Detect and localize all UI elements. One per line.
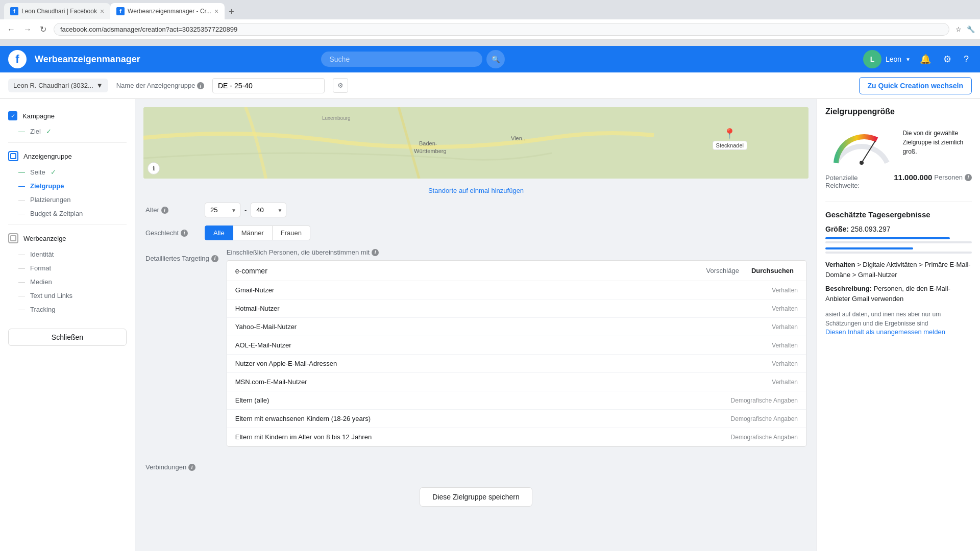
search-button[interactable]: 🔍 (486, 50, 505, 68)
svg-point-6 (860, 161, 864, 165)
notifications-icon[interactable]: 🔔 (917, 51, 934, 68)
sidebar-item-werbeanzeige[interactable]: Werbeanzeige (0, 229, 135, 247)
groesse-value: 258.093.297 (851, 225, 891, 233)
targeting-item-hotmail[interactable]: Hotmail-Nutzer Verhalten (227, 299, 806, 318)
map-pin-label: Stecknadel (713, 141, 747, 150)
targeting-info-icon[interactable]: i (211, 255, 218, 262)
gender-frauen-button[interactable]: Frauen (273, 226, 310, 240)
sidebar-item-budget[interactable]: — Budget & Zeitplan (0, 207, 135, 220)
tab-close-1[interactable]: × (100, 7, 104, 15)
ergebnisse-beschreibung: Beschreibung: Personen, die den E-Mail-A… (825, 284, 972, 304)
seite-label: Seite (30, 168, 45, 176)
bookmark-icon[interactable]: ☆ (953, 24, 964, 35)
tab-label-adsmanager: Werbeanzeigenmanager - Cr... (128, 8, 211, 15)
targeting-item-aol[interactable]: AOL-E-Mail-Nutzer Verhalten (227, 336, 806, 355)
potential-info-icon[interactable]: i (965, 174, 972, 181)
extensions-icon[interactable]: 🔧 (966, 24, 976, 35)
ziel-label: Ziel (30, 128, 41, 135)
address-bar[interactable] (54, 23, 949, 36)
targeting-item-yahoo[interactable]: Yahoo-E-Mail-Nutzer Verhalten (227, 318, 806, 336)
account-selector[interactable]: Leon R. Chaudhari (3032... ▼ (8, 79, 108, 92)
targeting-section-row: Detailliertes Targeting i Einschließlich… (143, 248, 808, 455)
werbeanzeige-icon (8, 233, 18, 243)
map-bg: Baden- Württemberg Vien... Luxembourg 📍 … (143, 107, 808, 179)
targeting-item-eltern[interactable]: Eltern (alle) Demografische Angaben (227, 391, 806, 410)
sidebar-item-anzeigengruppe[interactable]: Anzeigengruppe (0, 147, 135, 165)
geschlecht-info-icon[interactable]: i (181, 230, 188, 237)
targeting-search-input[interactable] (235, 267, 702, 275)
targeting-desc-info-icon[interactable]: i (372, 249, 379, 256)
seite-check: ✓ (51, 168, 56, 176)
quick-creation-button[interactable]: Zu Quick Creation wechseln (859, 77, 972, 94)
age-row: Alter i 25 18 20 - 40 35 65+ (143, 203, 808, 217)
reload-button[interactable]: ↻ (37, 22, 50, 36)
sidebar-item-tracking[interactable]: — Tracking (0, 303, 135, 316)
sidebar-item-zielgruppe[interactable]: — Zielgruppe (0, 179, 135, 193)
verbindungen-info-icon[interactable]: i (188, 464, 195, 471)
tab-close-2[interactable]: × (214, 7, 218, 15)
ad-group-name-info-icon[interactable]: i (197, 82, 204, 89)
sidebar-item-format[interactable]: — Format (0, 261, 135, 275)
sidebar-item-text[interactable]: — Text und Links (0, 289, 135, 303)
targeting-item-msn[interactable]: MSN.com-E-Mail-Nutzer Verhalten (227, 373, 806, 391)
bar-gray-2 (825, 252, 972, 254)
tracking-label: Tracking (30, 306, 55, 313)
budget-dash: — (18, 210, 25, 217)
alter-label: Alter i (145, 206, 197, 214)
age-max-select[interactable]: 40 35 65+ (251, 203, 286, 217)
report-link[interactable]: Diesen Inhalt als unangemessen melden (825, 328, 945, 336)
new-tab-button[interactable]: + (225, 5, 238, 19)
targeting-item-eltern-8-12[interactable]: Eltern mit Kindern im Alter von 8 bis 12… (227, 428, 806, 446)
targeting-item-gmail[interactable]: Gmail-Nutzer Verhalten (227, 281, 806, 299)
sidebar-close-button[interactable]: Schließen (8, 329, 127, 346)
user-menu[interactable]: L Leon ▼ (863, 50, 911, 68)
sidebar-item-ziel[interactable]: — Ziel ✓ (0, 124, 135, 138)
fb-favicon-2: f (116, 7, 125, 15)
ad-group-gear-button[interactable]: ⚙ (333, 78, 348, 93)
sidebar-item-medien[interactable]: — Medien (0, 275, 135, 289)
save-zielgruppe-button[interactable]: Diese Zielgruppe speichern (420, 487, 532, 507)
format-label: Format (30, 264, 51, 272)
search-input[interactable] (321, 52, 482, 67)
map-info-button[interactable]: ℹ (148, 162, 160, 174)
help-icon[interactable]: ? (961, 51, 972, 68)
ziel-check: ✓ (46, 128, 52, 135)
sidebar-item-kampagne[interactable]: ✓ Kampagne (0, 107, 135, 124)
map-container: Baden- Württemberg Vien... Luxembourg 📍 … (143, 107, 808, 179)
medien-dash: — (18, 278, 25, 286)
medien-label: Medien (30, 278, 52, 286)
potential-label: Potenzielle Reichweite: (825, 174, 894, 189)
targeting-vorschlaege-button[interactable]: Vorschläge (702, 265, 743, 277)
tab-facebook[interactable]: f Leon Chaudhari | Facebook × (4, 3, 110, 19)
age-inputs: 25 18 20 - 40 35 65+ (205, 203, 286, 217)
fb-logo: f (8, 50, 27, 68)
alter-info-icon[interactable]: i (161, 207, 168, 214)
budget-label: Budget & Zeitplan (30, 210, 83, 217)
gender-maenner-button[interactable]: Männer (233, 226, 273, 240)
gauge-container: Spezifisch Groß Die von dir gewählte Zie… (825, 124, 972, 167)
zielgruppe-dash: — (18, 182, 25, 190)
targeting-item-eltern-erwachsen[interactable]: Eltern mit erwachsenen Kindern (18-26 ye… (227, 410, 806, 428)
forward-button[interactable]: → (20, 22, 35, 36)
gender-alle-button[interactable]: Alle (205, 226, 233, 240)
add-locations-link[interactable]: Standorte auf einmal hinzufügen (143, 187, 808, 194)
age-min-select[interactable]: 25 18 20 (205, 203, 240, 217)
save-btn-row: Diese Zielgruppe speichern (143, 479, 808, 515)
settings-icon[interactable]: ⚙ (940, 51, 954, 68)
targeting-item-apple[interactable]: Nutzer von Apple-E-Mail-Adressen Verhalt… (227, 355, 806, 373)
user-name: Leon (886, 55, 901, 63)
targeting-durchsuchen-button[interactable]: Durchsuchen (747, 265, 798, 277)
beschreibung-label: Beschreibung: (825, 285, 872, 292)
tab-adsmanager[interactable]: f Werbeanzeigenmanager - Cr... × (110, 3, 225, 19)
back-button[interactable]: ← (4, 22, 18, 36)
ad-group-name-input[interactable] (212, 78, 325, 93)
gender-row: Geschlecht i Alle Männer Frauen (143, 226, 808, 240)
svg-text:Baden-: Baden- (419, 140, 437, 146)
app-name: Werbeanzeigenmanager (35, 54, 140, 65)
sidebar-item-platzierungen[interactable]: — Platzierungen (0, 193, 135, 207)
user-dropdown-icon: ▼ (905, 57, 911, 62)
map-pin-icon: 📍 (723, 128, 736, 140)
sidebar-item-seite[interactable]: — Seite ✓ (0, 165, 135, 179)
sidebar-item-identitaet[interactable]: — Identität (0, 247, 135, 261)
platzierungen-label: Platzierungen (30, 196, 71, 204)
